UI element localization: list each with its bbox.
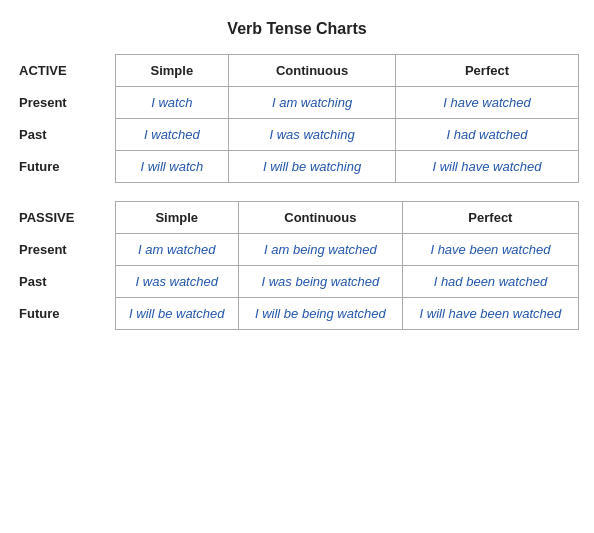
active-label: ACTIVE: [15, 55, 115, 87]
active-future-perfect: I will have watched: [395, 151, 578, 183]
passive-section: PASSIVE Simple Continuous Perfect Presen…: [15, 201, 579, 330]
active-future-simple: I will watch: [115, 151, 229, 183]
passive-future-continuous: I will be being watched: [238, 298, 402, 330]
passive-present-label: Present: [15, 234, 115, 266]
active-present-label: Present: [15, 87, 115, 119]
passive-present-continuous: I am being watched: [238, 234, 402, 266]
table-row: Future I will watch I will be watching I…: [15, 151, 579, 183]
passive-present-perfect: I have been watched: [402, 234, 578, 266]
active-section: ACTIVE Simple Continuous Perfect Present…: [15, 54, 579, 183]
active-past-simple: I watched: [115, 119, 229, 151]
table-row: Past I was watched I was being watched I…: [15, 266, 579, 298]
passive-past-simple: I was watched: [115, 266, 238, 298]
active-header-simple: Simple: [115, 55, 229, 87]
table-row: Future I will be watched I will be being…: [15, 298, 579, 330]
passive-header-perfect: Perfect: [402, 202, 578, 234]
active-future-continuous: I will be watching: [229, 151, 396, 183]
active-header-continuous: Continuous: [229, 55, 396, 87]
passive-present-simple: I am watched: [115, 234, 238, 266]
active-future-label: Future: [15, 151, 115, 183]
passive-past-perfect: I had been watched: [402, 266, 578, 298]
table-row: Present I am watched I am being watched …: [15, 234, 579, 266]
passive-future-perfect: I will have been watched: [402, 298, 578, 330]
passive-past-label: Past: [15, 266, 115, 298]
active-present-continuous: I am watching: [229, 87, 396, 119]
passive-past-continuous: I was being watched: [238, 266, 402, 298]
passive-future-simple: I will be watched: [115, 298, 238, 330]
active-header-perfect: Perfect: [395, 55, 578, 87]
active-past-continuous: I was watching: [229, 119, 396, 151]
passive-table: PASSIVE Simple Continuous Perfect Presen…: [15, 201, 579, 330]
passive-header-continuous: Continuous: [238, 202, 402, 234]
passive-header-simple: Simple: [115, 202, 238, 234]
active-present-perfect: I have watched: [395, 87, 578, 119]
table-row: Present I watch I am watching I have wat…: [15, 87, 579, 119]
page-title: Verb Tense Charts: [15, 20, 579, 38]
passive-future-label: Future: [15, 298, 115, 330]
passive-label: PASSIVE: [15, 202, 115, 234]
active-present-simple: I watch: [115, 87, 229, 119]
active-past-perfect: I had watched: [395, 119, 578, 151]
active-past-label: Past: [15, 119, 115, 151]
active-table: ACTIVE Simple Continuous Perfect Present…: [15, 54, 579, 183]
table-row: Past I watched I was watching I had watc…: [15, 119, 579, 151]
